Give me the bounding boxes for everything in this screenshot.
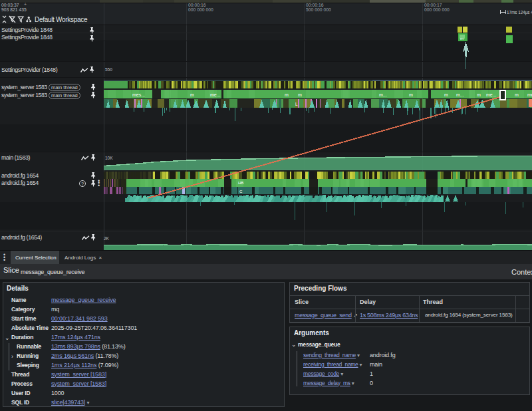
svg-text:17ms 124µs 471ns: 17ms 124µs 471ns	[507, 10, 532, 15]
svg-text:me...: me...	[210, 92, 221, 97]
svg-text:000 000 000: 000 000 000	[424, 7, 450, 12]
svg-text:m: m	[515, 92, 519, 97]
svg-text:m: m	[477, 92, 481, 97]
svg-text:m: m	[409, 92, 413, 97]
svg-text:HB: HB	[238, 181, 243, 185]
svg-text:000 000 000: 000 000 000	[188, 7, 213, 12]
svg-text:C: C	[239, 190, 243, 194]
svg-text:00:00:16: 00:00:16	[306, 3, 324, 7]
svg-text:550: 550	[105, 67, 112, 72]
svg-text:00:00:17: 00:00:17	[424, 3, 442, 7]
svg-text:2K: 2K	[104, 236, 110, 241]
svg-text:m: m	[190, 92, 194, 97]
svg-text:00:00:16: 00:00:16	[188, 3, 206, 7]
svg-text:L: L	[295, 102, 298, 106]
svg-text:mes...: mes...	[132, 92, 145, 97]
svg-text:m...: m...	[456, 92, 464, 97]
svg-text:m: m	[298, 92, 302, 97]
svg-text:m: m	[285, 92, 289, 97]
svg-text:m...: m...	[379, 92, 387, 97]
svg-text:+: +	[24, 2, 27, 7]
svg-text:903 821 435: 903 821 435	[1, 7, 27, 12]
svg-text:m: m	[460, 37, 464, 41]
svg-text:00:03:37: 00:03:37	[1, 3, 19, 7]
svg-text:m: m	[444, 92, 448, 97]
svg-text:500 000 000: 500 000 000	[306, 7, 331, 12]
svg-text:me: me	[527, 92, 532, 97]
svg-text:10K: 10K	[105, 156, 113, 160]
svg-text:me...: me...	[486, 92, 497, 97]
